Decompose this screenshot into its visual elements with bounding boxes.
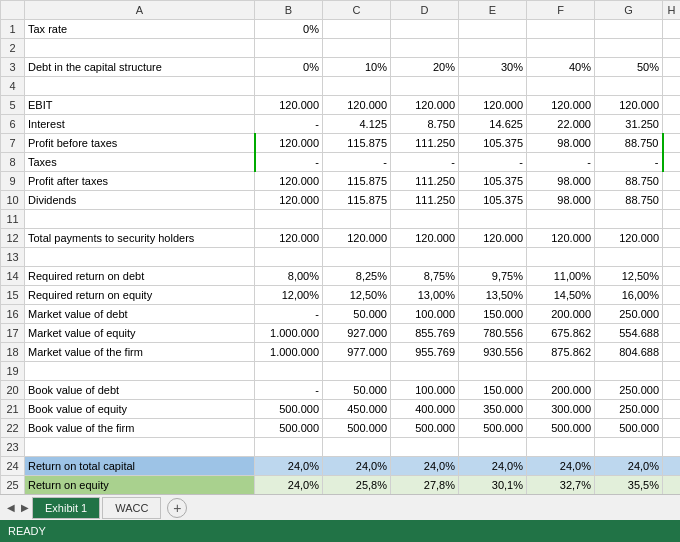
- cell[interactable]: [527, 20, 595, 39]
- cell[interactable]: 25,8%: [323, 476, 391, 495]
- cell[interactable]: Interest: [25, 115, 255, 134]
- cell[interactable]: 98.000: [527, 134, 595, 153]
- cell[interactable]: Dividends: [25, 191, 255, 210]
- cell[interactable]: 875.862: [527, 343, 595, 362]
- cell[interactable]: [663, 172, 681, 191]
- cell[interactable]: -: [595, 153, 663, 172]
- cell[interactable]: [391, 248, 459, 267]
- cell[interactable]: 120.000: [391, 96, 459, 115]
- cell[interactable]: [663, 229, 681, 248]
- cell[interactable]: -: [255, 153, 323, 172]
- cell[interactable]: 554.688: [595, 324, 663, 343]
- cell[interactable]: 350.000: [459, 400, 527, 419]
- cell[interactable]: [663, 343, 681, 362]
- cell[interactable]: 120.000: [527, 96, 595, 115]
- cell[interactable]: -: [255, 305, 323, 324]
- cell[interactable]: 120.000: [255, 191, 323, 210]
- cell[interactable]: 8.750: [391, 115, 459, 134]
- cell[interactable]: 855.769: [391, 324, 459, 343]
- cell[interactable]: 30,1%: [459, 476, 527, 495]
- cell[interactable]: 500.000: [255, 400, 323, 419]
- cell[interactable]: [663, 381, 681, 400]
- tab-wacc[interactable]: WACC: [102, 497, 161, 519]
- cell[interactable]: 50.000: [323, 305, 391, 324]
- cell[interactable]: [663, 58, 681, 77]
- cell[interactable]: Profit after taxes: [25, 172, 255, 191]
- cell[interactable]: 31.250: [595, 115, 663, 134]
- cell[interactable]: 98.000: [527, 191, 595, 210]
- cell[interactable]: 27,8%: [391, 476, 459, 495]
- cell[interactable]: [323, 39, 391, 58]
- cell[interactable]: [323, 77, 391, 96]
- cell[interactable]: Book value of the firm: [25, 419, 255, 438]
- cell[interactable]: [323, 20, 391, 39]
- col-header-f[interactable]: F: [527, 1, 595, 20]
- cell[interactable]: 120.000: [595, 229, 663, 248]
- cell[interactable]: 1.000.000: [255, 343, 323, 362]
- cell[interactable]: [459, 77, 527, 96]
- cell[interactable]: [595, 20, 663, 39]
- col-header-a[interactable]: A: [25, 1, 255, 20]
- cell[interactable]: 24,0%: [527, 457, 595, 476]
- cell[interactable]: 115.875: [323, 191, 391, 210]
- cell[interactable]: 927.000: [323, 324, 391, 343]
- cell[interactable]: 13,50%: [459, 286, 527, 305]
- tab-exhibit1[interactable]: Exhibit 1: [32, 497, 100, 519]
- cell[interactable]: -: [459, 153, 527, 172]
- cell[interactable]: Profit before taxes: [25, 134, 255, 153]
- cell[interactable]: 11,00%: [527, 267, 595, 286]
- tab-nav-right[interactable]: ▶: [18, 502, 32, 513]
- cell[interactable]: [663, 96, 681, 115]
- cell[interactable]: 14,50%: [527, 286, 595, 305]
- cell[interactable]: -: [255, 115, 323, 134]
- cell[interactable]: 115.875: [323, 134, 391, 153]
- cell[interactable]: [663, 438, 681, 457]
- cell[interactable]: Taxes: [25, 153, 255, 172]
- cell[interactable]: [323, 210, 391, 229]
- col-header-g[interactable]: G: [595, 1, 663, 20]
- cell[interactable]: [527, 362, 595, 381]
- cell[interactable]: 88.750: [595, 134, 663, 153]
- cell[interactable]: 200.000: [527, 305, 595, 324]
- cell[interactable]: Book value of debt: [25, 381, 255, 400]
- cell[interactable]: 500.000: [391, 419, 459, 438]
- cell[interactable]: [323, 362, 391, 381]
- cell[interactable]: 120.000: [459, 96, 527, 115]
- cell[interactable]: 9,75%: [459, 267, 527, 286]
- cell[interactable]: 120.000: [527, 229, 595, 248]
- cell[interactable]: 500.000: [595, 419, 663, 438]
- cell[interactable]: 10%: [323, 58, 391, 77]
- cell[interactable]: 32,7%: [527, 476, 595, 495]
- cell[interactable]: 24,0%: [255, 476, 323, 495]
- cell[interactable]: 930.556: [459, 343, 527, 362]
- cell[interactable]: [527, 210, 595, 229]
- cell[interactable]: [595, 248, 663, 267]
- cell[interactable]: -: [255, 381, 323, 400]
- cell[interactable]: -: [391, 153, 459, 172]
- cell[interactable]: 105.375: [459, 134, 527, 153]
- cell[interactable]: 250.000: [595, 305, 663, 324]
- cell[interactable]: [25, 77, 255, 96]
- cell[interactable]: 977.000: [323, 343, 391, 362]
- cell[interactable]: [595, 77, 663, 96]
- cell[interactable]: [663, 362, 681, 381]
- cell[interactable]: [595, 438, 663, 457]
- cell[interactable]: 120.000: [595, 96, 663, 115]
- cell[interactable]: [663, 153, 681, 172]
- cell[interactable]: 150.000: [459, 305, 527, 324]
- cell[interactable]: Debt in the capital structure: [25, 58, 255, 77]
- cell[interactable]: Tax rate: [25, 20, 255, 39]
- cell[interactable]: 120.000: [255, 134, 323, 153]
- cell[interactable]: 100.000: [391, 305, 459, 324]
- cell[interactable]: [663, 248, 681, 267]
- cell[interactable]: [459, 248, 527, 267]
- cell[interactable]: Total payments to security holders: [25, 229, 255, 248]
- cell[interactable]: 120.000: [459, 229, 527, 248]
- cell[interactable]: 1.000.000: [255, 324, 323, 343]
- cell[interactable]: 12,50%: [595, 267, 663, 286]
- cell[interactable]: 35,5%: [595, 476, 663, 495]
- cell[interactable]: [527, 248, 595, 267]
- cell[interactable]: 24,0%: [459, 457, 527, 476]
- cell[interactable]: [595, 362, 663, 381]
- cell[interactable]: [255, 39, 323, 58]
